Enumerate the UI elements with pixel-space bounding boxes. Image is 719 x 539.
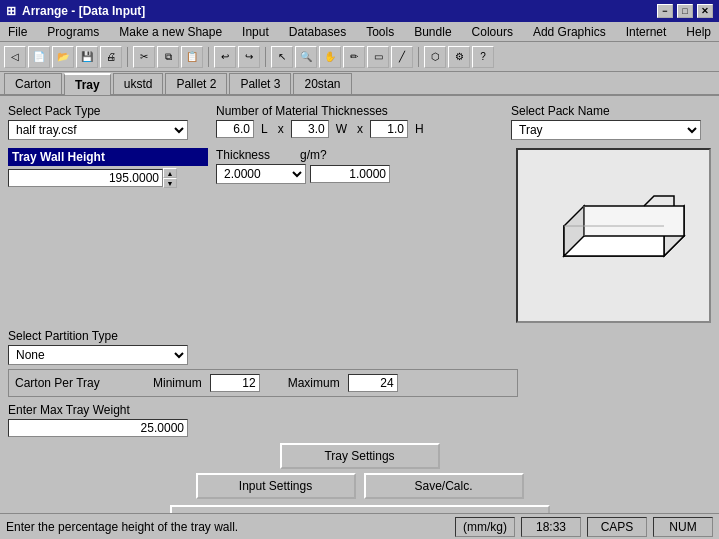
save-calc-button[interactable]: Save/Calc. <box>364 473 524 499</box>
toolbar-separator-3 <box>265 47 266 67</box>
toolbar-paste[interactable]: 📋 <box>181 46 203 68</box>
toolbar-copy[interactable]: ⧉ <box>157 46 179 68</box>
toolbar-redo[interactable]: ↪ <box>238 46 260 68</box>
toolbar: ◁ 📄 📂 💾 🖨 ✂ ⧉ 📋 ↩ ↪ ↖ 🔍 ✋ ✏ ▭ ╱ ⬡ ⚙ ? <box>0 42 719 72</box>
tab-tray[interactable]: Tray <box>64 73 111 95</box>
toolbar-line[interactable]: ╱ <box>391 46 413 68</box>
material-thicknesses-section: Number of Material Thicknesses 6.0 L x 3… <box>216 104 503 142</box>
x1-label: x <box>275 122 287 136</box>
toolbar-pencil[interactable]: ✏ <box>343 46 365 68</box>
toolbar-zoom[interactable]: 🔍 <box>295 46 317 68</box>
select-pack-type-section: Select Pack Type half tray.csf <box>8 104 208 140</box>
select-pack-type-dropdown[interactable]: half tray.csf <box>8 120 188 140</box>
carton-per-tray-section: Carton Per Tray Minimum 12 Maximum 24 <box>8 369 518 397</box>
enter-max-tray-weight-label: Enter Max Tray Weight <box>8 403 208 417</box>
caps-badge: CAPS <box>587 517 647 537</box>
minimum-label: Minimum <box>153 376 202 390</box>
select-pack-name-section: Select Pack Name Tray <box>511 104 711 140</box>
toolbar-separator-1 <box>127 47 128 67</box>
menu-bundle[interactable]: Bundle <box>410 23 455 41</box>
toolbar-print[interactable]: 🖨 <box>100 46 122 68</box>
menu-databases[interactable]: Databases <box>285 23 350 41</box>
select-partition-type-dropdown[interactable]: None <box>8 345 188 365</box>
tray-wall-height-section: Tray Wall Height 195.0000 ▲ ▼ <box>8 148 208 188</box>
tray-wall-height-up[interactable]: ▲ <box>163 168 177 178</box>
input-settings-button[interactable]: Input Settings <box>196 473 356 499</box>
unit-badge: (mm/kg) <box>455 517 515 537</box>
menu-make-new-shape[interactable]: Make a new Shape <box>115 23 226 41</box>
minimize-button[interactable]: − <box>657 4 673 18</box>
toolbar-help[interactable]: ? <box>472 46 494 68</box>
thickness-L-input[interactable]: 6.0 <box>216 120 254 138</box>
menu-file[interactable]: File <box>4 23 31 41</box>
time-badge: 18:33 <box>521 517 581 537</box>
enter-max-tray-weight-section: Enter Max Tray Weight 25.0000 <box>8 403 208 437</box>
toolbar-new[interactable]: 📄 <box>28 46 50 68</box>
carton-per-tray-label: Carton Per Tray <box>15 376 145 390</box>
tab-pallet2[interactable]: Pallet 2 <box>165 73 227 94</box>
thickness-col-label: Thickness <box>216 148 296 162</box>
toolbar-save[interactable]: 💾 <box>76 46 98 68</box>
toolbar-separator-4 <box>418 47 419 67</box>
toolbar-undo[interactable]: ↩ <box>214 46 236 68</box>
menu-input[interactable]: Input <box>238 23 273 41</box>
minimum-input[interactable]: 12 <box>210 374 260 392</box>
toolbar-back[interactable]: ◁ <box>4 46 26 68</box>
title-bar: ⊞ Arrange - [Data Input] − □ ✕ <box>0 0 719 22</box>
x2-label: x <box>354 122 366 136</box>
app-icon: ⊞ <box>6 4 16 18</box>
material-thicknesses-label: Number of Material Thicknesses <box>216 104 503 118</box>
tray-settings-button[interactable]: Tray Settings <box>280 443 440 469</box>
menu-colours[interactable]: Colours <box>468 23 517 41</box>
toolbar-cursor[interactable]: ↖ <box>271 46 293 68</box>
thickness-grm2-section: Thickness g/m? 2.0000 1.0000 <box>216 148 508 184</box>
tab-20stan[interactable]: 20stan <box>293 73 351 94</box>
tray-wall-height-input[interactable]: 195.0000 <box>8 169 163 187</box>
tray-preview-svg <box>534 166 694 306</box>
select-pack-type-label: Select Pack Type <box>8 104 208 118</box>
thickness-dropdown[interactable]: 2.0000 <box>216 164 306 184</box>
menu-tools[interactable]: Tools <box>362 23 398 41</box>
toolbar-open[interactable]: 📂 <box>52 46 74 68</box>
max-tray-weight-input[interactable]: 25.0000 <box>8 419 188 437</box>
maximize-button[interactable]: □ <box>677 4 693 18</box>
tray-preview <box>516 148 711 323</box>
menu-add-graphics[interactable]: Add Graphics <box>529 23 610 41</box>
grm2-input[interactable]: 1.0000 <box>310 165 390 183</box>
toolbar-cut[interactable]: ✂ <box>133 46 155 68</box>
maximum-input[interactable]: 24 <box>348 374 398 392</box>
window-title: Arrange - [Data Input] <box>22 4 145 18</box>
tab-carton[interactable]: Carton <box>4 73 62 94</box>
toolbar-settings[interactable]: ⚙ <box>448 46 470 68</box>
num-badge: NUM <box>653 517 713 537</box>
tray-wall-height-down[interactable]: ▼ <box>163 178 177 188</box>
W-label: W <box>333 122 350 136</box>
menu-bar: File Programs Make a new Shape Input Dat… <box>0 22 719 42</box>
grm2-col-label: g/m? <box>300 148 327 162</box>
toolbar-separator-2 <box>208 47 209 67</box>
H-label: H <box>412 122 427 136</box>
maximum-label: Maximum <box>288 376 340 390</box>
menu-programs[interactable]: Programs <box>43 23 103 41</box>
toolbar-box[interactable]: ▭ <box>367 46 389 68</box>
select-partition-type-label: Select Partition Type <box>8 329 208 343</box>
menu-help[interactable]: Help <box>682 23 715 41</box>
status-bar: Enter the percentage height of the tray … <box>0 513 719 539</box>
product-name-product-code-button[interactable]: Product Name/Product Code <box>170 505 550 513</box>
L-label: L <box>258 122 271 136</box>
main-content: Select Pack Type half tray.csf Number of… <box>0 96 719 513</box>
menu-internet[interactable]: Internet <box>622 23 671 41</box>
status-message: Enter the percentage height of the tray … <box>6 520 449 534</box>
tab-bar: Carton Tray ukstd Pallet 2 Pallet 3 20st… <box>0 72 719 96</box>
thickness-W-input[interactable]: 3.0 <box>291 120 329 138</box>
select-pack-name-label: Select Pack Name <box>511 104 711 118</box>
toolbar-hand[interactable]: ✋ <box>319 46 341 68</box>
tray-wall-height-label: Tray Wall Height <box>8 148 208 166</box>
select-pack-name-dropdown[interactable]: Tray <box>511 120 701 140</box>
close-button[interactable]: ✕ <box>697 4 713 18</box>
tab-ukstd[interactable]: ukstd <box>113 73 164 94</box>
tab-pallet3[interactable]: Pallet 3 <box>229 73 291 94</box>
select-partition-type-section: Select Partition Type None <box>8 329 208 365</box>
thickness-H-input[interactable]: 1.0 <box>370 120 408 138</box>
toolbar-3d[interactable]: ⬡ <box>424 46 446 68</box>
